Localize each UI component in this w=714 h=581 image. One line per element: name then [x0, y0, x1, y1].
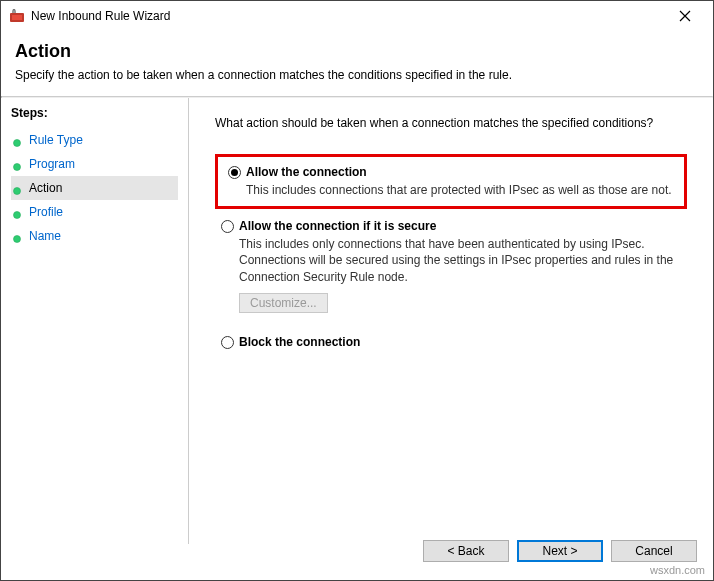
- step-label: Program: [29, 157, 75, 171]
- step-label: Profile: [29, 205, 63, 219]
- content: Steps: Rule TypeProgramActionProfileName…: [1, 98, 713, 544]
- bullet-icon: [13, 136, 21, 144]
- page-title: Action: [15, 41, 699, 62]
- step-item[interactable]: Name: [11, 224, 178, 248]
- radio-button[interactable]: [221, 220, 234, 233]
- watermark: wsxdn.com: [650, 564, 705, 576]
- svg-point-6: [14, 236, 21, 243]
- back-button[interactable]: < Back: [423, 540, 509, 562]
- option-body: Allow the connectionThis includes connec…: [246, 165, 680, 198]
- main-panel: What action should be taken when a conne…: [189, 98, 713, 544]
- bullet-icon: [13, 208, 21, 216]
- app-icon: [9, 8, 25, 24]
- steps-panel: Steps: Rule TypeProgramActionProfileName: [1, 98, 189, 544]
- option-desc: This includes only connections that have…: [239, 236, 687, 285]
- svg-rect-1: [12, 15, 22, 20]
- option-title: Allow the connection: [246, 165, 680, 179]
- titlebar: New Inbound Rule Wizard: [1, 1, 713, 31]
- option-title: Block the connection: [239, 335, 687, 349]
- steps-label: Steps:: [11, 106, 178, 120]
- step-item[interactable]: Rule Type: [11, 128, 178, 152]
- cancel-button[interactable]: Cancel: [611, 540, 697, 562]
- close-button[interactable]: [665, 2, 705, 30]
- window-title: New Inbound Rule Wizard: [31, 9, 665, 23]
- svg-point-4: [14, 188, 21, 195]
- option-body: Allow the connection if it is secureThis…: [239, 219, 687, 313]
- next-button[interactable]: Next >: [517, 540, 603, 562]
- step-label: Rule Type: [29, 133, 83, 147]
- option: Block the connection: [215, 331, 687, 356]
- step-item[interactable]: Action: [11, 176, 178, 200]
- bullet-icon: [13, 160, 21, 168]
- bullet-icon: [13, 184, 21, 192]
- option: Allow the connectionThis includes connec…: [215, 154, 687, 209]
- option-body: Block the connection: [239, 335, 687, 352]
- step-item[interactable]: Program: [11, 152, 178, 176]
- option-title: Allow the connection if it is secure: [239, 219, 687, 233]
- svg-point-5: [14, 212, 21, 219]
- header: Action Specify the action to be taken wh…: [1, 31, 713, 96]
- page-subtitle: Specify the action to be taken when a co…: [15, 68, 699, 82]
- step-item[interactable]: Profile: [11, 200, 178, 224]
- step-label: Name: [29, 229, 61, 243]
- customize-button: Customize...: [239, 293, 328, 313]
- step-label: Action: [29, 181, 62, 195]
- svg-point-2: [14, 140, 21, 147]
- prompt-text: What action should be taken when a conne…: [215, 116, 687, 130]
- radio-button[interactable]: [228, 166, 241, 179]
- bullet-icon: [13, 232, 21, 240]
- option: Allow the connection if it is secureThis…: [215, 215, 687, 317]
- option-desc: This includes connections that are prote…: [246, 182, 680, 198]
- svg-point-3: [14, 164, 21, 171]
- radio-button[interactable]: [221, 336, 234, 349]
